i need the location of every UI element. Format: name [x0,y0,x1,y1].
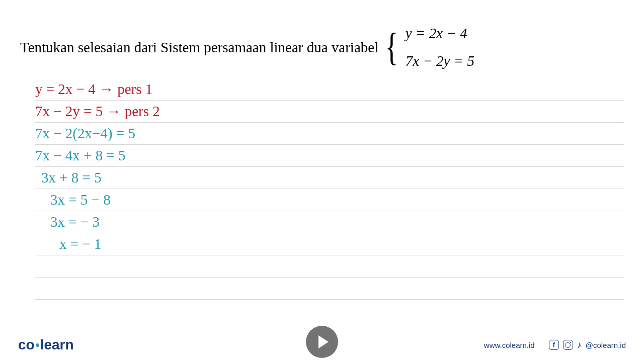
work-line-1: y = 2x − 4 → pers 1 [35,81,152,98]
social-links: f ♪ @colearn.id [549,340,626,350]
logo-co: co [18,337,35,352]
logo-learn: learn [40,337,74,352]
work-line-5: 3x + 8 = 5 [41,169,102,186]
logo-dot-icon [36,343,39,347]
work-line-2: 7x − 2y = 5 → pers 2 [35,103,160,120]
question-text: Tentukan selesaian dari Sistem persamaan… [20,39,378,56]
question-row: Tentukan selesaian dari Sistem persamaan… [20,25,624,69]
equation-2: 7x − 2y = 5 [406,53,474,69]
handwritten-work: y = 2x − 4 → pers 1 7x − 2y = 5 → pers 2… [35,78,624,300]
instagram-icon [563,340,573,350]
work-line-6: 3x = 5 − 8 [50,192,111,208]
logo: colearn [18,337,74,353]
work-line-7: 3x = − 3 [50,214,100,230]
empty-line [35,255,624,278]
equation-system: { y = 2x − 4 7x − 2y = 5 [382,25,474,69]
work-line-8: x = − 1 [59,236,101,252]
play-button[interactable] [306,326,338,358]
website-url: www.colearn.id [484,341,535,349]
facebook-icon: f [549,340,559,350]
tiktok-icon: ♪ [577,340,582,350]
empty-line [35,278,624,300]
work-line-4: 7x − 4x + 8 = 5 [35,147,126,164]
left-brace-icon: { [385,32,398,63]
social-handle: @colearn.id [586,341,626,349]
equation-1: y = 2x − 4 [406,25,474,42]
work-line-3: 7x − 2(2x−4) = 5 [35,125,135,142]
